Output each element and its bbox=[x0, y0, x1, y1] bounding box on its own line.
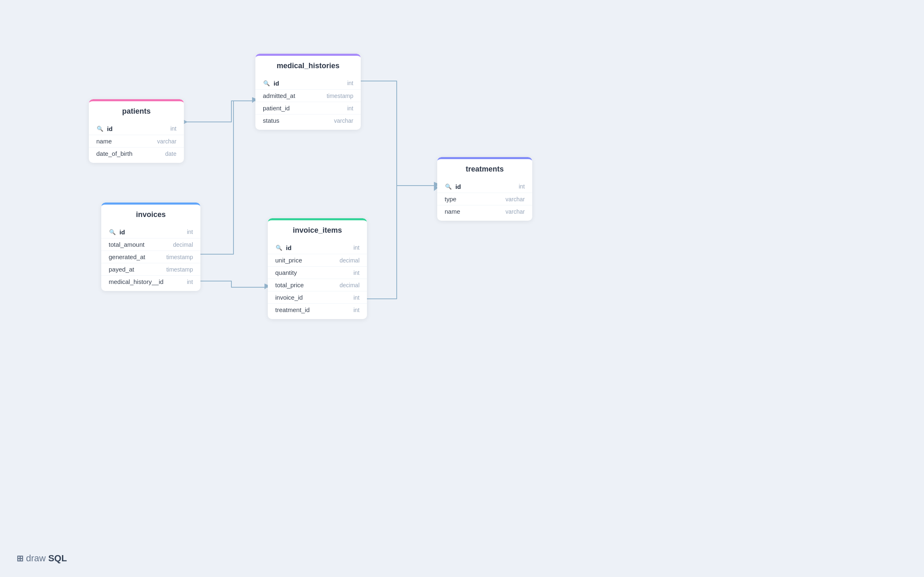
field-type: timestamp bbox=[166, 254, 193, 260]
table-row: payed_at timestamp bbox=[101, 263, 200, 276]
invoices-header: invoices bbox=[101, 203, 200, 224]
field-name: id bbox=[119, 229, 184, 236]
field-name: id bbox=[274, 80, 345, 87]
field-name: quantity bbox=[275, 269, 351, 276]
pk-icon: 🔍 bbox=[96, 125, 104, 132]
logo: ⊞ drawSQL bbox=[17, 553, 67, 564]
field-type: timestamp bbox=[166, 266, 193, 273]
field-type: int bbox=[353, 307, 360, 313]
field-type: varchar bbox=[505, 208, 525, 215]
logo-sql: SQL bbox=[48, 553, 67, 564]
table-row: patient_id int bbox=[255, 102, 361, 114]
table-row: admitted_at timestamp bbox=[255, 90, 361, 102]
medical-histories-header: medical_histories bbox=[255, 54, 361, 75]
field-type: int bbox=[519, 183, 525, 190]
table-row: total_price decimal bbox=[268, 279, 367, 291]
field-type: int bbox=[187, 279, 193, 285]
field-type: date bbox=[165, 150, 176, 157]
field-type: int bbox=[347, 80, 353, 86]
table-row: 🔍 id int bbox=[101, 226, 200, 238]
invoices-table[interactable]: invoices 🔍 id int total_amount decimal g… bbox=[101, 203, 200, 291]
table-row: total_amount decimal bbox=[101, 238, 200, 251]
pk-icon: 🔍 bbox=[275, 244, 283, 251]
table-row: treatment_id int bbox=[268, 304, 367, 316]
table-row: invoice_id int bbox=[268, 291, 367, 304]
field-name: name bbox=[445, 208, 503, 215]
field-type: int bbox=[353, 244, 360, 251]
table-row: status varchar bbox=[255, 114, 361, 126]
logo-draw: draw bbox=[26, 553, 46, 564]
table-row: 🔍 id int bbox=[89, 122, 184, 135]
field-type: varchar bbox=[505, 196, 525, 203]
field-name: payed_at bbox=[109, 266, 164, 273]
field-name: generated_at bbox=[109, 253, 164, 260]
field-name: id bbox=[455, 183, 516, 190]
table-row: unit_price decimal bbox=[268, 254, 367, 267]
field-type: int bbox=[347, 105, 353, 112]
invoice-items-header: invoice_items bbox=[268, 218, 367, 240]
field-name: status bbox=[263, 117, 331, 124]
table-row: medical_history__id int bbox=[101, 276, 200, 288]
field-type: varchar bbox=[334, 117, 353, 124]
field-type: decimal bbox=[340, 282, 360, 288]
patients-header: patients bbox=[89, 99, 184, 121]
field-type: int bbox=[170, 125, 176, 132]
pk-icon: 🔍 bbox=[445, 183, 452, 190]
field-name: date_of_birth bbox=[96, 150, 163, 157]
table-row: 🔍 id int bbox=[437, 180, 532, 193]
logo-icon: ⊞ bbox=[17, 553, 24, 563]
field-type: varchar bbox=[157, 138, 176, 145]
field-name: id bbox=[107, 125, 168, 132]
table-row: name varchar bbox=[437, 205, 532, 217]
treatments-header: treatments bbox=[437, 157, 532, 179]
invoice-items-table[interactable]: invoice_items 🔍 id int unit_price decima… bbox=[268, 218, 367, 319]
field-type: int bbox=[187, 229, 193, 235]
field-name: medical_history__id bbox=[109, 278, 184, 285]
field-name: type bbox=[445, 196, 503, 203]
patients-table[interactable]: patients 🔍 id int name varchar date_of_b… bbox=[89, 99, 184, 163]
field-type: int bbox=[353, 269, 360, 276]
field-name: name bbox=[96, 138, 155, 145]
field-name: total_amount bbox=[109, 241, 171, 248]
pk-icon: 🔍 bbox=[109, 228, 116, 236]
field-type: decimal bbox=[340, 257, 360, 264]
field-name: id bbox=[286, 244, 351, 251]
medical-histories-table[interactable]: medical_histories 🔍 id int admitted_at t… bbox=[255, 54, 361, 130]
field-type: decimal bbox=[173, 241, 193, 248]
table-row: quantity int bbox=[268, 267, 367, 279]
field-name: unit_price bbox=[275, 257, 337, 264]
table-row: 🔍 id int bbox=[268, 241, 367, 254]
table-row: name varchar bbox=[89, 135, 184, 148]
field-name: admitted_at bbox=[263, 92, 324, 99]
table-row: generated_at timestamp bbox=[101, 251, 200, 263]
table-row: type varchar bbox=[437, 193, 532, 205]
field-name: treatment_id bbox=[275, 306, 351, 313]
treatments-table[interactable]: treatments 🔍 id int type varchar name va… bbox=[437, 157, 532, 221]
table-row: date_of_birth date bbox=[89, 148, 184, 160]
field-name: invoice_id bbox=[275, 294, 351, 301]
table-row: 🔍 id int bbox=[255, 77, 361, 90]
field-name: total_price bbox=[275, 281, 337, 288]
field-name: patient_id bbox=[263, 105, 345, 112]
field-type: timestamp bbox=[326, 93, 353, 99]
pk-icon: 🔍 bbox=[263, 79, 270, 87]
field-type: int bbox=[353, 294, 360, 301]
